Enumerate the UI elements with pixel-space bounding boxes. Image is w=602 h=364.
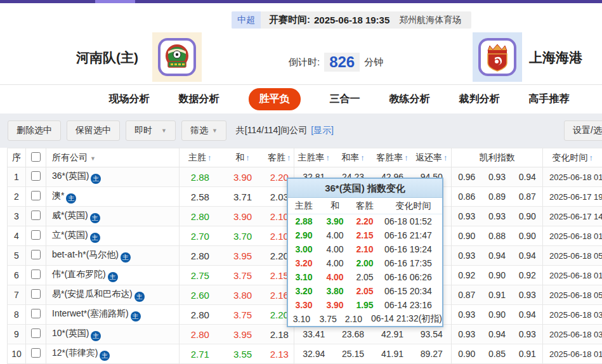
- kickoff-time: 2025-06-18 19:35: [314, 15, 389, 25]
- company-cell[interactable]: 36*(英国)主: [46, 167, 180, 187]
- company-cell[interactable]: 立*(英国)主: [46, 226, 180, 246]
- popup-change-time: 06-16 06:26: [379, 272, 442, 282]
- company-cell[interactable]: bet-at-h*(马尔他)主: [46, 246, 180, 266]
- col-header-return-rate[interactable]: 返还率↑: [412, 148, 452, 167]
- sort-asc-icon: ↑: [589, 153, 594, 162]
- sort-asc-icon: ↑: [287, 153, 291, 162]
- draw-odds: 3.75: [221, 266, 265, 285]
- row-checkbox-cell: [26, 207, 46, 226]
- sort-asc-icon: ↑: [207, 153, 212, 162]
- company-name: Interwet*(塞浦路斯): [52, 308, 129, 318]
- company-cell[interactable]: 澳*主: [46, 187, 180, 207]
- row-checkbox[interactable]: [31, 289, 41, 299]
- tab-coach-analysis[interactable]: 教练分析: [389, 93, 430, 106]
- col-header-away-rate[interactable]: 客胜率↑: [373, 148, 412, 167]
- row-index: 4: [8, 226, 26, 246]
- show-link[interactable]: [显示]: [311, 125, 334, 136]
- col-header-away-odds[interactable]: 客胜↑: [265, 148, 294, 167]
- kelly-home: 0.92: [452, 266, 482, 285]
- company-name: 威*(英国): [52, 210, 88, 220]
- row-checkbox[interactable]: [31, 309, 41, 318]
- row-checkbox[interactable]: [31, 250, 41, 259]
- col-header-company[interactable]: 所有公司▼: [46, 148, 180, 167]
- change-time: 2025-06-18 01:53: [543, 167, 602, 187]
- away-rate: 41.91: [373, 344, 412, 364]
- col-header-change-time[interactable]: 变化时间↑: [543, 148, 602, 167]
- main-company-badge-icon: 主: [100, 351, 110, 361]
- col-header-draw-odds[interactable]: 和↑: [221, 148, 265, 167]
- kelly-home: 0.96: [452, 167, 482, 187]
- main-company-badge-icon: 主: [90, 233, 100, 243]
- row-checkbox-cell: [26, 266, 46, 285]
- row-checkbox[interactable]: [31, 191, 41, 200]
- company-cell[interactable]: 伟*(直布罗陀)主: [46, 266, 180, 285]
- away-rate: 42.91: [373, 325, 412, 344]
- kickoff-label: 开赛时间:: [269, 14, 310, 26]
- col-header-away-label: 客胜: [268, 152, 285, 162]
- col-header-draw-rate[interactable]: 和率↑: [334, 148, 373, 167]
- home-rate: 33.41: [294, 325, 334, 344]
- keep-selected-button[interactable]: 保留选中: [67, 120, 120, 141]
- filter-dropdown[interactable]: 筛选▼: [181, 120, 226, 141]
- draw-rate: 25.15: [334, 344, 373, 364]
- home-odds: 2.60: [180, 285, 221, 305]
- away-team-name: 上海海港: [529, 49, 582, 67]
- row-checkbox[interactable]: [31, 328, 41, 338]
- select-all-checkbox[interactable]: [31, 152, 41, 162]
- home-odds: 2.71: [180, 344, 221, 364]
- chevron-down-icon: ▼: [212, 127, 218, 134]
- popup-away-odds: 2.10: [350, 244, 379, 254]
- tab-data-analysis[interactable]: 数据分析: [179, 93, 219, 106]
- tab-win-draw-lose[interactable]: 胜平负: [249, 88, 301, 110]
- tab-three-in-one[interactable]: 三合一: [330, 93, 360, 106]
- kelly-away: 0.90: [513, 207, 543, 226]
- popup-col-away: 客胜: [350, 200, 379, 212]
- company-cell[interactable]: Interwet*(塞浦路斯)主: [46, 305, 180, 325]
- tab-referee-analysis[interactable]: 裁判分析: [459, 93, 500, 106]
- popup-draw-odds: 3.90: [320, 300, 350, 310]
- analysis-tabs: 现场分析 数据分析 胜平负 三合一 教练分析 裁判分析 高手推荐: [0, 84, 602, 114]
- draw-odds: 3.75: [221, 305, 265, 325]
- main-company-badge-icon: 主: [66, 193, 76, 204]
- change-time: 2025-06-17 14:46: [543, 207, 602, 226]
- chevron-down-icon: ▼: [90, 155, 96, 162]
- select-all-checkbox-cell: [26, 148, 46, 167]
- main-company-badge-icon: 主: [90, 213, 100, 223]
- delete-selected-button[interactable]: 删除选中: [8, 120, 61, 141]
- home-odds: 2.70: [180, 226, 221, 246]
- kelly-home: 0.90: [452, 344, 482, 364]
- company-cell[interactable]: 易*(安提瓜和巴布达)主: [46, 285, 180, 305]
- company-cell[interactable]: 10*(英国)主: [46, 325, 180, 344]
- row-checkbox[interactable]: [31, 348, 41, 358]
- row-checkbox[interactable]: [31, 230, 41, 240]
- row-checkbox[interactable]: [31, 270, 41, 279]
- countdown-value: 826: [324, 53, 360, 72]
- col-header-home-rate-label: 主胜率: [298, 152, 325, 162]
- company-cell[interactable]: 12*(菲律宾)主: [46, 344, 180, 364]
- popup-home-odds: 3.20: [288, 286, 320, 296]
- tab-expert-recommend[interactable]: 高手推荐: [529, 93, 570, 106]
- kelly-away: 0.91: [513, 344, 543, 364]
- kelly-draw: 0.89: [482, 187, 513, 207]
- popup-home-odds: 2.88: [288, 216, 320, 226]
- row-checkbox[interactable]: [31, 211, 41, 220]
- main-company-badge-icon: 主: [134, 292, 145, 302]
- change-time: 2025-06-18 03:08: [543, 325, 602, 344]
- tab-live-analysis[interactable]: 现场分析: [109, 93, 150, 106]
- home-odds: 2.80: [180, 325, 221, 344]
- away-odds: 2.18: [265, 325, 294, 344]
- company-cell[interactable]: 威*(英国)主: [46, 207, 180, 226]
- col-header-home-odds[interactable]: 主胜↑: [180, 148, 221, 167]
- popup-draw-odds: 4.00: [320, 230, 350, 240]
- settings-button[interactable]: 设置/选: [564, 120, 602, 141]
- row-checkbox[interactable]: [31, 171, 41, 181]
- popup-odds-row: 2.904.002.1506-16 21:47: [288, 228, 442, 242]
- popup-change-time: 06-16 21:47: [379, 230, 442, 240]
- sort-asc-icon: ↑: [443, 153, 448, 162]
- popup-away-odds: 2.15: [350, 230, 379, 240]
- draw-odds: 3.70: [221, 226, 265, 246]
- change-time: 2025-06-18 05:20: [543, 285, 602, 305]
- col-header-home-rate[interactable]: 主胜率↑: [294, 148, 334, 167]
- popup-draw-odds: 4.00: [320, 244, 350, 254]
- instant-dropdown[interactable]: 即时▼: [126, 120, 176, 141]
